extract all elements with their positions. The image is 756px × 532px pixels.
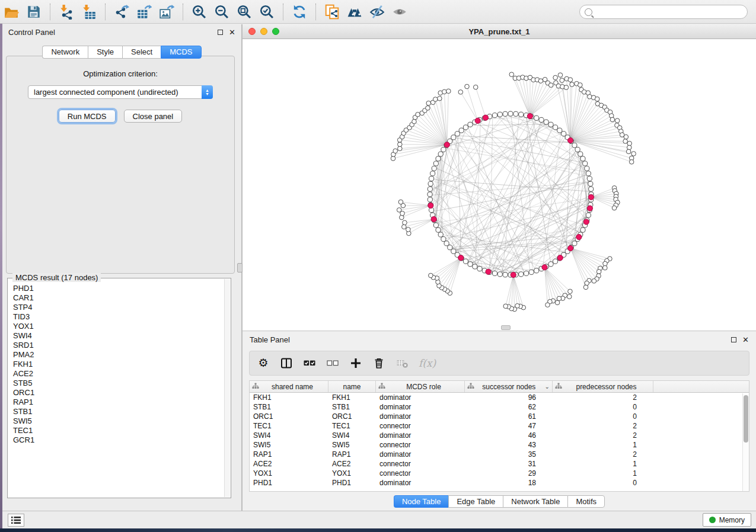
tab-select[interactable]: Select (122, 46, 161, 59)
mcds-result-item[interactable]: PMA2 (13, 350, 224, 360)
zoom-selected-icon[interactable] (258, 3, 276, 21)
window-close-icon[interactable] (248, 28, 256, 35)
float-panel-icon[interactable] (731, 337, 736, 342)
table-cell[interactable]: YOX1 (250, 469, 328, 477)
mcds-result-item[interactable]: RAP1 (13, 398, 224, 407)
table-cell[interactable]: FKH1 (328, 393, 376, 402)
table-cell[interactable]: ACE2 (250, 460, 328, 468)
tab-edge-table[interactable]: Edge Table (448, 495, 503, 508)
window-minimize-icon[interactable] (260, 28, 267, 35)
table-cell[interactable]: 96 (465, 393, 553, 402)
table-cell[interactable]: STB1 (328, 403, 376, 411)
table-scrollbar-thumb[interactable] (744, 395, 748, 443)
mcds-result-item[interactable]: ORC1 (13, 388, 224, 398)
table-cell[interactable]: 29 (465, 469, 553, 477)
mcds-result-item[interactable]: STP4 (13, 303, 224, 312)
import-network-icon[interactable] (58, 3, 75, 21)
mcds-list-scrollbar[interactable] (224, 279, 230, 497)
create-column-icon[interactable] (349, 357, 362, 370)
table-row[interactable]: FKH1FKH1dominator962 (250, 393, 749, 402)
task-history-button[interactable] (8, 514, 24, 527)
table-cell[interactable]: YOX1 (328, 469, 376, 477)
table-cell[interactable]: 18 (465, 479, 553, 487)
table-row[interactable]: YOX1YOX1connector291 (250, 469, 749, 478)
run-mcds-button[interactable]: Run MCDS (59, 110, 116, 123)
tab-node-table[interactable]: Node Table (394, 495, 449, 508)
table-row[interactable]: ORC1ORC1dominator610 (250, 412, 749, 421)
delete-columns-icon[interactable] (372, 357, 385, 370)
table-cell[interactable]: 2 (553, 431, 653, 440)
zoom-fit-icon[interactable] (235, 3, 253, 21)
table-cell[interactable]: ORC1 (328, 412, 376, 421)
table-row[interactable]: TEC1TEC1connector472 (250, 421, 749, 431)
hide-annotations-icon[interactable] (368, 3, 386, 21)
table-row[interactable]: STB1STB1dominator620 (250, 402, 749, 412)
tab-network-table[interactable]: Network Table (503, 495, 567, 508)
export-network-icon[interactable] (113, 3, 130, 21)
mcds-result-item[interactable]: FKH1 (13, 360, 224, 369)
table-row[interactable]: SWI4SWI4dominator462 (250, 431, 749, 440)
network-graph-canvas[interactable] (243, 39, 756, 330)
close-panel-icon[interactable]: ✕ (229, 28, 235, 36)
mcds-result-item[interactable]: TEC1 (13, 426, 224, 435)
table-options-icon[interactable]: ⚙ (257, 357, 270, 370)
table-cell[interactable]: dominator (376, 403, 465, 411)
table-cell[interactable]: SWI4 (328, 431, 376, 440)
column-header-successor-nodes[interactable]: successor nodes⌄ (465, 381, 553, 392)
show-graphics-details-icon[interactable] (391, 3, 409, 21)
table-cell[interactable]: dominator (376, 393, 465, 402)
table-cell[interactable]: 1 (553, 441, 653, 449)
table-cell[interactable]: dominator (376, 479, 465, 487)
tab-motifs[interactable]: Motifs (567, 495, 605, 508)
zoom-out-icon[interactable] (213, 3, 231, 21)
table-cell[interactable]: dominator (376, 412, 465, 421)
close-panel-icon[interactable]: ✕ (742, 336, 749, 344)
table-cell[interactable]: SWI5 (328, 441, 376, 449)
mcds-result-item[interactable]: SWI5 (13, 416, 224, 426)
table-cell[interactable]: PHD1 (328, 479, 376, 487)
table-cell[interactable]: SWI5 (250, 441, 328, 449)
search-box[interactable] (579, 5, 748, 19)
table-cell[interactable]: TEC1 (250, 422, 328, 430)
zoom-in-icon[interactable] (190, 3, 208, 21)
table-cell[interactable]: 61 (465, 412, 553, 421)
table-cell[interactable]: FKH1 (250, 393, 328, 402)
table-cell[interactable]: 0 (553, 479, 653, 487)
mcds-result-item[interactable]: SRD1 (13, 341, 224, 350)
mcds-result-item[interactable]: SWI4 (13, 331, 224, 341)
table-cell[interactable]: connector (376, 460, 465, 468)
table-cell[interactable]: PHD1 (250, 479, 328, 487)
mcds-result-item[interactable]: TID3 (13, 312, 224, 322)
table-cell[interactable]: 62 (465, 403, 553, 411)
column-header-name[interactable]: name (328, 381, 376, 392)
table-row[interactable]: SWI5SWI5connector431 (250, 440, 749, 450)
select-all-rows-icon[interactable] (303, 357, 316, 370)
table-cell[interactable]: ACE2 (328, 460, 376, 468)
table-cell[interactable]: dominator (376, 431, 465, 440)
table-row[interactable]: RAP1RAP1dominator352 (250, 450, 749, 459)
table-cell[interactable]: STB1 (250, 403, 328, 411)
deselect-all-rows-icon[interactable] (326, 357, 339, 370)
table-cell[interactable]: 31 (465, 460, 553, 468)
horizontal-splitter-handle[interactable] (501, 325, 511, 330)
table-cell[interactable]: ORC1 (250, 412, 328, 421)
refresh-icon[interactable] (291, 3, 308, 21)
table-cell[interactable]: 2 (553, 450, 653, 459)
table-scrollbar[interactable] (742, 393, 749, 491)
table-cell[interactable]: connector (376, 422, 465, 430)
export-image-icon[interactable] (158, 3, 176, 21)
table-cell[interactable]: 0 (553, 403, 653, 411)
close-panel-button[interactable]: Close panel (124, 110, 183, 123)
mcds-result-item[interactable]: GCR1 (13, 435, 224, 445)
vertical-splitter-handle[interactable] (237, 263, 243, 273)
import-table-icon[interactable] (80, 3, 98, 21)
table-cell[interactable]: 35 (465, 450, 553, 459)
table-row[interactable]: ACE2ACE2connector311 (250, 459, 749, 469)
tab-mcds[interactable]: MCDS (161, 46, 201, 59)
table-cell[interactable]: 43 (465, 441, 553, 449)
table-cell[interactable]: TEC1 (328, 422, 376, 430)
table-cell[interactable]: 2 (553, 422, 653, 430)
table-cell[interactable]: 0 (553, 412, 653, 421)
tab-style[interactable]: Style (88, 46, 122, 59)
memory-button[interactable]: Memory (703, 513, 751, 527)
